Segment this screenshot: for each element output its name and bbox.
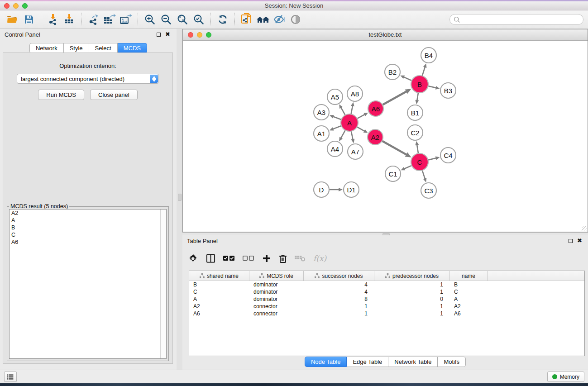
result-item[interactable]: A2 [10, 210, 166, 217]
home-icon[interactable] [255, 12, 271, 27]
graph-node-C3[interactable]: C3 [421, 183, 436, 198]
tab-network[interactable]: Network [29, 43, 64, 53]
float-panel-icon[interactable] [569, 239, 573, 243]
graph-node-B3[interactable]: B3 [440, 83, 456, 98]
column-header-successor-nodes[interactable]: successor nodes [304, 271, 374, 281]
column-header-predecessor-nodes[interactable]: predecessor nodes [374, 271, 450, 281]
node-table[interactable]: shared nameMCDS rolesuccessor nodesprede… [189, 271, 585, 356]
export-image-icon[interactable] [118, 12, 134, 27]
graph-edge-A-A4[interactable] [341, 131, 345, 139]
graph-edge-A-A6[interactable] [358, 114, 365, 118]
import-network-icon[interactable] [45, 12, 61, 27]
scrollbar-track[interactable] [160, 210, 166, 358]
mcds-result-list[interactable]: A2ABCA6 [9, 209, 167, 359]
graph-node-A3[interactable]: A3 [314, 105, 329, 120]
graph-edge-B-B2[interactable] [403, 77, 411, 81]
graph-node-B[interactable]: B [411, 76, 428, 93]
result-item[interactable]: C [10, 231, 166, 238]
deselect-all-icon[interactable] [243, 256, 254, 261]
open-session-icon[interactable] [5, 12, 21, 27]
graph-node-A2[interactable]: A2 [368, 129, 383, 145]
graph-edge-C-C2[interactable] [417, 144, 418, 153]
import-table-icon[interactable] [61, 12, 77, 27]
splitter-grip[interactable] [178, 194, 182, 201]
table-row[interactable]: A2connector11A2 [189, 303, 584, 310]
graph-edge-A-A7[interactable] [351, 132, 353, 140]
export-table-icon[interactable] [101, 12, 118, 27]
tab-node-table[interactable]: Node Table [305, 357, 347, 367]
graph-node-C2[interactable]: C2 [407, 125, 423, 140]
zoom-selected-icon[interactable] [191, 12, 207, 27]
show-details-icon[interactable] [287, 12, 304, 27]
graph-edge-B-B3[interactable] [429, 86, 437, 88]
graph-edge-A6-B[interactable] [383, 91, 407, 105]
graph-edge-A-A5[interactable] [341, 107, 345, 115]
close-panel-button[interactable]: Close panel [90, 90, 138, 100]
graph-node-C[interactable]: C [411, 153, 428, 171]
graph-node-A8[interactable]: A8 [347, 86, 363, 101]
column-header-shared-name[interactable]: shared name [189, 271, 249, 281]
save-session-icon[interactable] [21, 12, 37, 27]
graph-node-C4[interactable]: C4 [440, 148, 456, 163]
zoom-fit-icon[interactable] [174, 12, 191, 27]
graph-edge-A2-C[interactable] [382, 141, 407, 155]
graph-edge-C-C3[interactable] [422, 171, 425, 179]
result-item[interactable]: A [10, 217, 166, 224]
run-mcds-button[interactable]: Run MCDS [38, 90, 84, 100]
tab-mcds[interactable]: MCDS [118, 43, 147, 53]
float-panel-icon[interactable] [157, 33, 161, 37]
memory-button[interactable]: Memory [547, 372, 584, 382]
graph-node-A5[interactable]: A5 [327, 89, 343, 105]
close-panel-icon[interactable]: ✖ [165, 32, 170, 37]
table-row[interactable]: Adominator80A [189, 295, 584, 303]
table-row[interactable]: Bdominator41B [189, 281, 584, 288]
column-header-name[interactable]: name [450, 271, 488, 281]
vertical-splitter[interactable] [177, 29, 182, 370]
graph-node-D1[interactable]: D1 [344, 182, 359, 197]
graph-edge-A-A2[interactable] [357, 127, 365, 131]
tab-motifs[interactable]: Motifs [438, 357, 466, 367]
search-input[interactable] [449, 14, 583, 25]
graph-edge-B-B4[interactable] [422, 67, 425, 76]
graph-edge-C-C4[interactable] [428, 158, 436, 160]
gear-icon[interactable] [189, 254, 198, 263]
graph-node-D[interactable]: D [314, 182, 329, 197]
tab-edge-table[interactable]: Edge Table [347, 357, 388, 367]
table-row[interactable]: A6connector11A6 [189, 310, 584, 317]
graph-node-A6[interactable]: A6 [368, 101, 383, 116]
graph-node-B1[interactable]: B1 [407, 105, 423, 120]
graph-node-A4[interactable]: A4 [327, 141, 343, 157]
delete-column-icon[interactable] [279, 254, 287, 263]
graph-node-A1[interactable]: A1 [314, 126, 329, 141]
add-column-icon[interactable] [262, 254, 271, 263]
graph-edge-C-C1[interactable] [404, 166, 411, 169]
refresh-icon[interactable] [215, 12, 231, 27]
graph-node-B2[interactable]: B2 [385, 64, 400, 80]
table-row[interactable]: Cdominator41C [189, 288, 584, 295]
copy-network-icon[interactable] [239, 12, 255, 27]
close-panel-icon[interactable]: ✖ [577, 238, 582, 243]
zoom-in-icon[interactable] [142, 12, 158, 27]
resize-grip-icon[interactable] [582, 226, 587, 231]
result-item[interactable]: A6 [10, 238, 166, 246]
select-all-icon[interactable] [223, 256, 235, 261]
graph-node-B4[interactable]: B4 [421, 48, 436, 63]
tab-network-table[interactable]: Network Table [388, 357, 438, 367]
column-layout-icon[interactable] [206, 253, 215, 263]
graph-edge-A-A8[interactable] [351, 105, 353, 114]
graph-node-A7[interactable]: A7 [348, 144, 363, 159]
export-network-icon[interactable] [85, 12, 101, 27]
graph-edge-A-A1[interactable] [332, 126, 341, 129]
network-window-titlebar[interactable]: testGlobe.txt [183, 29, 588, 41]
tab-style[interactable]: Style [64, 43, 89, 53]
criterion-select[interactable]: largest connected component (directed) [17, 74, 159, 84]
tab-select[interactable]: Select [89, 43, 118, 53]
zoom-out-icon[interactable] [158, 12, 174, 27]
graph-node-A[interactable]: A [341, 114, 358, 131]
panel-menu-button[interactable] [4, 372, 17, 382]
hide-details-icon[interactable] [271, 12, 287, 27]
graph-node-C1[interactable]: C1 [385, 166, 401, 181]
network-canvas[interactable]: B4B2BB3A8A5A6A3B1AC2A1A2A4A7C4CC1C3DD1 [183, 41, 588, 232]
graph-edge-B-B1[interactable] [417, 93, 418, 101]
column-header-MCDS-role[interactable]: MCDS role [249, 271, 304, 281]
